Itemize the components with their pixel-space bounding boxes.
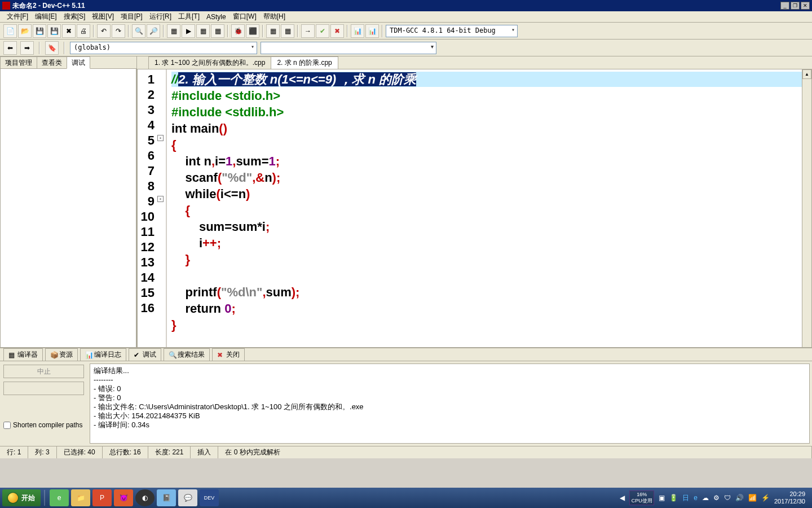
taskbar-app-mask[interactable]: 😈 (114, 489, 133, 506)
log-line: - 警告: 0 (94, 393, 806, 402)
profile-icon[interactable]: 📊 (351, 24, 364, 38)
fold-icon[interactable]: - (157, 135, 164, 141)
replace-icon[interactable]: 🔎 (147, 24, 160, 38)
gui-icon[interactable]: ▦ (266, 24, 280, 38)
tab-debug[interactable]: ✔调试 (129, 348, 161, 361)
cpu-meter[interactable]: 16%CPU使用 (629, 491, 654, 505)
profile2-icon[interactable]: 📊 (365, 24, 379, 38)
file-tab-1[interactable]: 1. 求 1~100 之间所有偶数的和。.cpp (148, 56, 271, 69)
blank-button[interactable] (3, 382, 84, 395)
tab-resources[interactable]: 📦资源 (45, 348, 78, 361)
tab-compile-log[interactable]: 📊编译日志 (80, 348, 126, 361)
menu-astyle[interactable]: AStyle (203, 12, 230, 22)
log-controls: 中止 Shorten compiler paths (0, 361, 87, 446)
menu-view[interactable]: 视图[V] (89, 11, 117, 23)
tray-network-icon[interactable]: 📶 (748, 494, 757, 502)
back-icon[interactable]: ⬅ (3, 41, 17, 55)
file-tab-2[interactable]: 2. 求 n 的阶乘.cpp (271, 56, 338, 69)
tray-icon[interactable]: 🛡 (724, 494, 731, 502)
tray-icon[interactable]: ⚙ (713, 494, 720, 502)
taskbar-app-wechat[interactable]: 💬 (178, 489, 197, 506)
gui2-icon[interactable]: ▦ (281, 24, 294, 38)
taskbar-clock[interactable]: 20:29 2017/12/30 (774, 491, 805, 505)
line-number: 9 (138, 194, 155, 209)
taskbar-app-sphere[interactable]: ◐ (135, 489, 155, 506)
taskbar-app-p[interactable]: P (92, 489, 112, 506)
taskbar-app-devcpp[interactable]: DEV (200, 489, 219, 506)
tray-icon[interactable]: e (694, 494, 698, 502)
menu-file[interactable]: 文件[F] (3, 11, 32, 23)
menu-search[interactable]: 搜索[S] (60, 11, 89, 23)
tray-icon[interactable]: 日 (682, 493, 689, 503)
toolbar-separator (163, 25, 164, 37)
taskbar-app-ie[interactable]: e (50, 489, 69, 506)
forward-icon[interactable]: ➡ (20, 41, 34, 55)
menu-window[interactable]: 窗口[W] (230, 11, 260, 23)
menu-project[interactable]: 项目[P] (117, 11, 146, 23)
bookmark-icon[interactable]: 🔖 (45, 41, 59, 55)
save-all-icon[interactable]: 💾 (47, 24, 61, 38)
stop-icon[interactable]: ⬛ (246, 24, 259, 38)
fold-icon[interactable]: - (157, 196, 164, 202)
file-tabs: 1. 求 1~100 之间所有偶数的和。.cpp 2. 求 n 的阶乘.cpp (137, 56, 812, 69)
restore-button[interactable]: ❐ (791, 2, 800, 10)
code-text: scanf (171, 170, 218, 185)
taskbar-app-note[interactable]: 📓 (157, 489, 176, 506)
taskbar-app-explorer[interactable]: 📁 (71, 489, 90, 506)
undo-icon[interactable]: ↶ (97, 24, 111, 38)
clear-icon[interactable]: ✖ (330, 24, 344, 38)
code-editor[interactable]: 1 2 3 4 5- 6 7 8 9- 10 11 12 13 14 15 16… (137, 69, 812, 348)
windows-taskbar: 开始 e 📁 P 😈 ◐ 📓 💬 DEV ◀ 16%CPU使用 ▣ 🔋 日 e … (0, 488, 812, 508)
new-file-icon[interactable]: 📄 (3, 24, 17, 38)
print-icon[interactable]: 🖨 (77, 24, 90, 38)
statusbar: 行: 1 列: 3 已选择: 40 总行数: 16 长度: 221 插入 在 0… (0, 446, 812, 458)
save-icon[interactable]: 💾 (33, 24, 46, 38)
sidebar-tab-project[interactable]: 项目管理 (0, 56, 37, 69)
find-icon[interactable]: 🔍 (132, 24, 145, 38)
tray-icon[interactable]: ⚡ (761, 494, 770, 502)
line-number: 1 (138, 72, 155, 87)
check-icon[interactable]: ✔ (316, 24, 329, 38)
code-text: ; (276, 154, 280, 168)
start-button[interactable]: 开始 (2, 489, 41, 506)
menu-edit[interactable]: 编辑[E] (32, 11, 60, 23)
tab-close[interactable]: ✖关闭 (212, 348, 245, 361)
functions-select[interactable] (261, 42, 436, 54)
debug-icon[interactable]: 🐞 (231, 24, 245, 38)
tab-compiler[interactable]: ▦编译器 (3, 348, 43, 361)
abort-button[interactable]: 中止 (3, 365, 84, 378)
tray-volume-icon[interactable]: 🔊 (735, 494, 744, 502)
globals-select[interactable]: (globals) (70, 42, 257, 54)
tab-label: 关闭 (226, 350, 240, 360)
compile-run-icon[interactable]: ▦ (196, 24, 210, 38)
log-output[interactable]: 编译结果...--------- 错误: 0- 警告: 0- 输出文件名: C:… (90, 364, 810, 444)
menu-help[interactable]: 帮助[H] (260, 11, 289, 23)
line-number: 15 (138, 285, 155, 300)
tray-icon[interactable]: ☁ (702, 494, 709, 502)
tray-icon[interactable]: ▣ (659, 494, 665, 502)
close-button[interactable]: ✕ (801, 2, 810, 10)
menu-tools[interactable]: 工具[T] (175, 11, 203, 23)
code-content[interactable]: //2. 输入一个整数 n(1<=n<=9) ，求 n 的阶乘 #include… (167, 69, 811, 347)
open-file-icon[interactable]: 📂 (18, 24, 32, 38)
rebuild-icon[interactable]: ▦ (211, 24, 224, 38)
close-file-icon[interactable]: ✖ (62, 24, 76, 38)
sidebar-tab-classes[interactable]: 查看类 (37, 56, 67, 69)
code-text: "%d" (222, 170, 252, 185)
tab-search-results[interactable]: 🔍搜索结果 (164, 348, 210, 361)
minimize-button[interactable]: _ (780, 2, 789, 10)
line-number: 10 (138, 209, 155, 224)
menu-run[interactable]: 运行[R] (146, 11, 175, 23)
scroll-up-icon[interactable]: ▲ (802, 69, 811, 79)
shorten-paths-checkbox[interactable] (3, 422, 11, 429)
run-icon[interactable]: ▶ (182, 24, 195, 38)
vertical-scrollbar[interactable]: ▲ (802, 69, 811, 347)
compile-icon[interactable]: ▦ (167, 24, 180, 38)
redo-icon[interactable]: ↷ (112, 24, 125, 38)
tray-icon[interactable]: 🔋 (669, 494, 678, 502)
goto-icon[interactable]: → (301, 24, 315, 38)
sidebar-tab-debug[interactable]: 调试 (67, 56, 90, 69)
tray-chevron-icon[interactable]: ◀ (620, 494, 625, 502)
shorten-paths-row[interactable]: Shorten compiler paths (3, 421, 84, 429)
compiler-select[interactable]: TDM-GCC 4.8.1 64-bit Debug (386, 25, 518, 37)
